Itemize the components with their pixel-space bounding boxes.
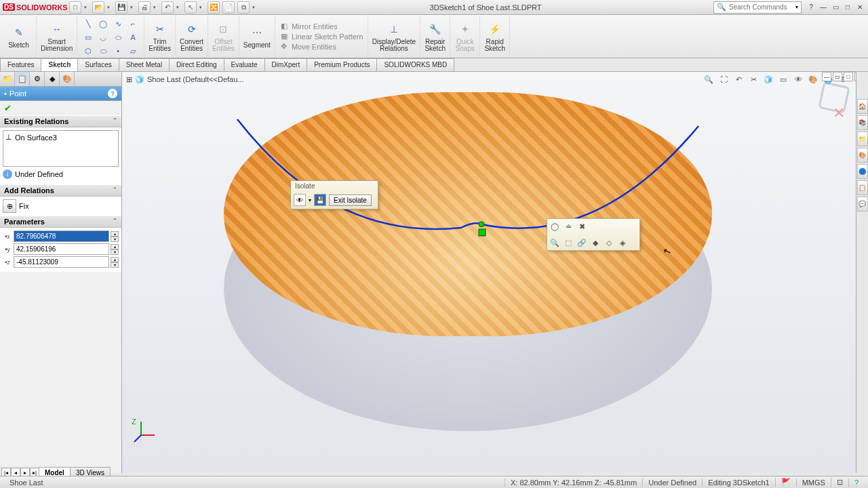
tp-resources-icon[interactable]: 🏠 <box>857 99 868 114</box>
smart-dimension-button[interactable]: ↔ Smart Dimension <box>37 16 77 56</box>
tab-sketch[interactable]: Sketch <box>41 58 78 71</box>
exit-sketch-icon[interactable]: ✕ <box>833 104 845 122</box>
text-icon[interactable]: A <box>126 31 140 43</box>
maximize-icon[interactable]: □ <box>842 3 853 12</box>
slot-icon[interactable]: ⬭ <box>96 45 110 57</box>
isolate-drop-icon[interactable]: ▾ <box>309 197 311 203</box>
search-input[interactable] <box>729 3 793 11</box>
spline-icon[interactable]: ∿ <box>111 18 125 30</box>
qat-print-icon[interactable]: 🖨 <box>138 1 151 14</box>
rect-icon[interactable]: ▭ <box>81 31 95 43</box>
breadcrumb[interactable]: ⊞ 🧊 Shoe Last (Default<<Defau... <box>126 75 243 84</box>
ctx-tangent-icon[interactable]: ◇ <box>604 237 614 248</box>
status-lock-icon[interactable]: ⊡ <box>831 478 848 487</box>
param-z-input[interactable] <box>14 256 109 268</box>
pm-property-icon[interactable]: 📋 <box>15 72 30 86</box>
view-orient-icon[interactable]: 🧊 <box>762 73 774 85</box>
ctx-zoom-icon[interactable]: 🔍 <box>549 237 560 248</box>
pattern-row[interactable]: ▦Linear Sketch Pattern <box>279 32 363 41</box>
trim-button[interactable]: ✂Trim Entities <box>144 16 176 56</box>
pm-feature-tree-icon[interactable]: 📁 <box>0 72 15 86</box>
minimize-icon[interactable]: — <box>818 3 829 12</box>
tab-features[interactable]: Features <box>0 58 41 71</box>
isolate-visibility-icon[interactable]: 👁 <box>294 194 306 206</box>
ctx-delete-icon[interactable]: ✖ <box>576 221 587 232</box>
tp-appearances-icon[interactable]: 🔵 <box>857 164 868 179</box>
tp-design-lib-icon[interactable]: 📚 <box>857 115 868 130</box>
graphics-area[interactable]: ⊞ 🧊 Shoe Last (Default<<Defau... 🔍 ⛶ ↶ ✂… <box>122 72 868 473</box>
inner-restore-icon[interactable]: ▭ <box>833 72 842 81</box>
exit-isolate-button[interactable]: Exit Isolate <box>329 195 372 206</box>
pm-dim-icon[interactable]: ◆ <box>45 72 60 86</box>
section-icon[interactable]: ✂ <box>747 73 760 85</box>
relation-item[interactable]: ⊥On Surface3 <box>5 132 117 142</box>
inner-min-icon[interactable]: — <box>822 72 831 81</box>
appearance-icon[interactable]: 🎨 <box>807 73 819 85</box>
prev-view-icon[interactable]: ↶ <box>732 73 745 85</box>
tp-view-palette-icon[interactable]: 🎨 <box>857 148 868 163</box>
tab-surfaces[interactable]: Surfaces <box>77 58 119 71</box>
tab-premium[interactable]: Premium Products <box>307 58 377 71</box>
restore-icon[interactable]: ▭ <box>830 3 841 12</box>
help-icon[interactable]: ? <box>108 89 117 98</box>
ctx-coincident-icon[interactable]: ◈ <box>617 237 628 248</box>
qat-new-icon[interactable]: □ <box>69 1 81 14</box>
fix-relation[interactable]: ⊕ Fix <box>3 199 119 213</box>
rapid-sketch-button[interactable]: ⚡Rapid Sketch <box>480 16 510 56</box>
search-commands[interactable]: 🔍 ▾ <box>713 1 802 14</box>
pm-accept[interactable]: ✔ <box>0 101 121 115</box>
qat-save-icon[interactable]: 💾 <box>115 1 127 14</box>
tab-mbd[interactable]: SOLIDWORKS MBD <box>376 58 454 71</box>
model-viewport[interactable] <box>176 85 760 465</box>
ellipse-icon[interactable]: ⬭ <box>111 31 125 43</box>
fillet-icon[interactable]: ⌐ <box>126 18 140 30</box>
pm-config-icon[interactable]: ⚙ <box>30 72 45 86</box>
display-delete-button[interactable]: ⊥Display/Delete Relations <box>368 16 420 56</box>
help-icon[interactable]: ? <box>806 3 816 12</box>
qat-settings-icon[interactable]: ⧉ <box>237 1 250 14</box>
sketch-button[interactable]: ✎ Sketch <box>1 16 37 56</box>
arc-icon[interactable]: ◡ <box>96 31 110 43</box>
zoom-fit-icon[interactable]: 🔍 <box>703 73 715 85</box>
tab-dimxpert[interactable]: DimXpert <box>264 58 308 71</box>
line-icon[interactable]: ╲ <box>81 18 95 30</box>
repair-button[interactable]: 🔧Repair Sketch <box>420 16 450 56</box>
tab-sheetmetal[interactable]: Sheet Metal <box>119 58 170 71</box>
tp-forum-icon[interactable]: 💬 <box>857 197 868 211</box>
pm-display-icon[interactable]: 🎨 <box>60 72 75 86</box>
ctx-normal-icon[interactable]: ⬚ <box>563 237 574 248</box>
zoom-area-icon[interactable]: ⛶ <box>717 73 730 85</box>
ctx-relation-icon[interactable]: ≐ <box>563 221 574 232</box>
expand-icon[interactable]: ⊞ <box>126 75 132 84</box>
hide-show-icon[interactable]: 👁 <box>792 73 804 85</box>
isolate-save-icon[interactable]: 💾 <box>314 194 326 206</box>
existing-relations-header[interactable]: Existing Relations⌃ <box>0 115 121 127</box>
qat-rebuild-icon[interactable]: 🔀 <box>208 1 220 14</box>
convert-button[interactable]: ⟳Convert Entities <box>176 16 208 56</box>
ctx-fix-icon[interactable]: ◆ <box>590 237 601 248</box>
spinner[interactable]: ▴▾ <box>111 257 119 268</box>
add-relations-header[interactable]: Add Relations⌃ <box>0 184 121 197</box>
tab-evaluate[interactable]: Evaluate <box>224 58 265 71</box>
close-icon[interactable]: ✕ <box>854 3 865 12</box>
point-icon[interactable]: • <box>111 45 125 57</box>
ctx-chain-icon[interactable]: 🔗 <box>576 237 587 248</box>
ctx-select-icon[interactable]: ◯ <box>549 221 560 232</box>
spinner[interactable]: ▴▾ <box>111 231 119 242</box>
relations-list[interactable]: ⊥On Surface3 <box>3 130 119 167</box>
move-row[interactable]: ✥Move Entities <box>279 42 363 51</box>
mirror-row[interactable]: ◧Mirror Entities <box>279 22 363 30</box>
segment-button[interactable]: ⋯Segment <box>239 16 275 56</box>
status-help-icon[interactable]: ? <box>848 479 864 487</box>
inner-max-icon[interactable]: □ <box>844 72 853 81</box>
circle-icon[interactable]: ◯ <box>96 18 110 30</box>
qat-open-icon[interactable]: 📂 <box>92 1 104 14</box>
spinner[interactable]: ▴▾ <box>111 244 119 255</box>
search-dropdown-icon[interactable]: ▾ <box>795 4 798 10</box>
tab-directediting[interactable]: Direct Editing <box>169 58 224 71</box>
display-style-icon[interactable]: ▭ <box>777 73 789 85</box>
plane-icon[interactable]: ▱ <box>126 45 140 57</box>
param-y-input[interactable] <box>14 243 109 255</box>
param-x-input[interactable] <box>14 230 109 242</box>
qat-options-icon[interactable]: 📄 <box>222 1 235 14</box>
